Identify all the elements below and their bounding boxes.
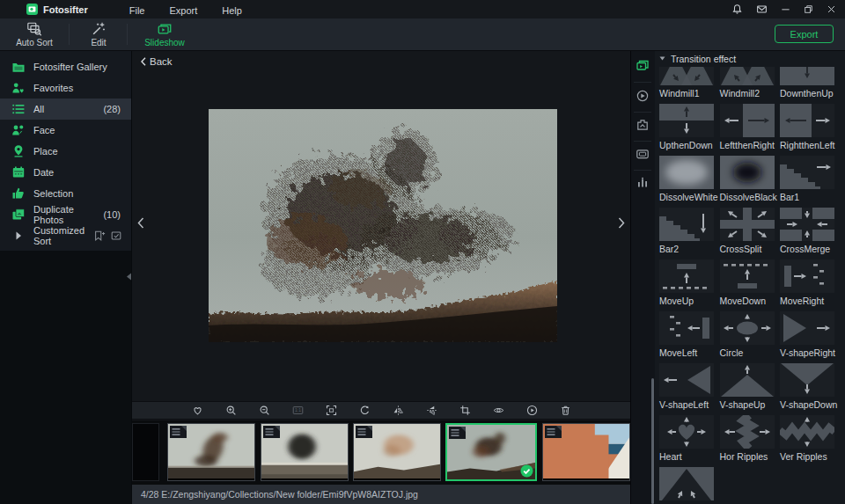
panel-scrollbar[interactable]	[651, 50, 654, 504]
transition-effect-circle[interactable]: Circle	[720, 311, 781, 359]
panel-header[interactable]: Transition effect	[655, 50, 845, 67]
effect-label: Windmill1	[659, 88, 720, 99]
title-bar: Fotosifter FileExportHelp	[0, 0, 845, 18]
transition-effect-crosssplit[interactable]: CrossSplit	[720, 208, 781, 255]
item-count: (28)	[103, 104, 121, 114]
sidebar-item-all[interactable]: All(28)	[0, 99, 131, 120]
notification-bell-icon[interactable]	[731, 4, 743, 15]
sidebar-item-date[interactable]: Date	[0, 162, 131, 183]
next-photo-arrow[interactable]	[618, 217, 625, 229]
transition-effect-windmill1[interactable]: Windmill1	[659, 67, 720, 99]
transition-effect-partial[interactable]	[659, 467, 720, 504]
sidebar-item-gallery[interactable]: Fotosifter Gallery	[0, 56, 131, 77]
menu-help[interactable]: Help	[217, 5, 246, 16]
transition-effect-bar1[interactable]: Bar1	[780, 156, 841, 203]
sidebar-item-place[interactable]: Place	[0, 141, 131, 162]
mail-icon[interactable]	[756, 4, 768, 15]
zoom-out-icon[interactable]	[259, 405, 270, 416]
selection-icon	[11, 186, 26, 201]
previous-photo-arrow[interactable]	[137, 217, 144, 229]
effect-label: Circle	[720, 347, 781, 359]
transition-effect-moveleft[interactable]: MoveLeft	[659, 311, 720, 359]
effect-thumbnail	[659, 311, 720, 345]
tool-auto-sort[interactable]: Auto Sort	[9, 21, 60, 47]
transition-effect-upthendown[interactable]: UpthenDown	[659, 104, 720, 151]
transition-effect-windmill2[interactable]: Windmill2	[720, 67, 781, 99]
restore-button[interactable]	[804, 4, 813, 14]
tab-music[interactable]	[636, 176, 650, 190]
effect-label: Windmill2	[720, 88, 781, 99]
tab-effects[interactable]	[636, 118, 650, 132]
transition-effect-dissolvewhite[interactable]: DissolveWhite	[659, 156, 720, 203]
effect-label: Bar1	[780, 192, 841, 203]
menu-export[interactable]: Export	[165, 5, 202, 16]
transition-effect-rightthenleft[interactable]: RightthenLeft	[780, 104, 841, 151]
chevron-down-icon	[659, 56, 665, 61]
sidebar-item-label: Date	[33, 167, 54, 178]
actual-size-icon[interactable]: 1:1	[292, 405, 304, 416]
delete-icon[interactable]	[560, 405, 571, 416]
favorites-icon	[11, 81, 26, 95]
sidebar-item-selection[interactable]: Selection	[0, 183, 131, 204]
transition-effect-dissolveblack[interactable]: DissolveBlack	[720, 156, 781, 203]
back-button[interactable]: Back	[141, 56, 173, 67]
transition-effect-v-shapeup[interactable]: V-shapeUp	[720, 363, 781, 411]
transition-effect-v-shapedown[interactable]: V-shapeDown	[780, 363, 841, 411]
tool-edit[interactable]: Edit	[77, 21, 120, 47]
tool-slideshow[interactable]: Slideshow	[134, 21, 195, 47]
transition-effect-crossmerge[interactable]: CrossMerge	[780, 208, 841, 255]
editor-main-area: Back	[132, 50, 630, 504]
tab-transition[interactable]	[636, 59, 650, 73]
flip-vertical-icon[interactable]	[426, 405, 437, 416]
rotate-icon[interactable]	[359, 405, 371, 416]
transition-effect-hor-ripples[interactable]: Hor Ripples	[720, 415, 781, 463]
thumb-3[interactable]	[353, 423, 441, 481]
sidebar-item-favorites[interactable]: Favorites	[0, 77, 131, 99]
export-button[interactable]: Export	[775, 25, 834, 43]
sidebar-item-label: Selection	[33, 188, 73, 199]
effect-thumbnail	[659, 67, 720, 85]
transition-effect-v-shaperight[interactable]: V-shapeRight	[780, 311, 841, 359]
sidebar-item-label: Fotosifter Gallery	[33, 62, 107, 72]
tab-theme[interactable]	[636, 89, 650, 103]
favorite-icon[interactable]	[192, 405, 203, 416]
thumb-1[interactable]	[167, 423, 255, 481]
thumb-2[interactable]	[261, 423, 349, 481]
favorites-icon	[11, 81, 26, 95]
sidebar-item-duplicate-photos[interactable]: Duplicate Photos(10)	[0, 204, 131, 225]
effect-thumbnail	[659, 259, 720, 293]
bookmark-check-icon[interactable]	[110, 230, 122, 242]
bookmark-add-icon[interactable]	[93, 230, 106, 242]
transition-effect-downthenup[interactable]: DownthenUp	[780, 67, 841, 99]
transition-effect-leftthenright[interactable]: LeftthenRight	[720, 104, 781, 151]
tab-frame[interactable]	[636, 147, 650, 161]
play-slideshow-icon[interactable]	[526, 405, 538, 416]
transition-effect-v-shapeleft[interactable]: V-shapeLeft	[659, 363, 720, 411]
flip-horizontal-icon[interactable]	[393, 405, 404, 416]
thumb-prev[interactable]	[132, 423, 159, 481]
effect-label: V-shapeDown	[780, 399, 841, 411]
transition-effect-movedown[interactable]: MoveDown	[720, 259, 781, 307]
fit-screen-icon[interactable]	[326, 405, 337, 416]
preview-icon[interactable]	[493, 405, 504, 416]
face-icon	[11, 123, 26, 137]
crop-icon[interactable]	[459, 405, 471, 416]
thumb-4[interactable]	[445, 423, 537, 481]
transition-effect-moveright[interactable]: MoveRight	[780, 259, 841, 307]
sidebar-collapse-icon[interactable]	[126, 273, 132, 281]
sidebar-item-face[interactable]: Face	[0, 120, 131, 141]
transition-effect-moveup[interactable]: MoveUp	[659, 259, 720, 307]
thumb-5[interactable]	[542, 423, 630, 481]
scrollbar-thumb[interactable]	[651, 378, 654, 504]
effect-label: CrossSplit	[720, 244, 781, 255]
menu-file[interactable]: File	[125, 5, 150, 16]
transition-effect-heart[interactable]: Heart	[659, 415, 720, 463]
transition-effect-ver-ripples[interactable]: Ver Ripples	[780, 415, 841, 463]
transition-effect-bar2[interactable]: Bar2	[659, 208, 720, 255]
zoom-in-icon[interactable]	[225, 405, 237, 416]
duplicate-icon	[11, 208, 26, 222]
sidebar-item-customized-sort[interactable]: Customized Sort	[0, 225, 131, 246]
minimize-button[interactable]	[781, 4, 790, 14]
effect-label: UpthenDown	[659, 140, 720, 151]
close-button[interactable]	[827, 4, 836, 14]
